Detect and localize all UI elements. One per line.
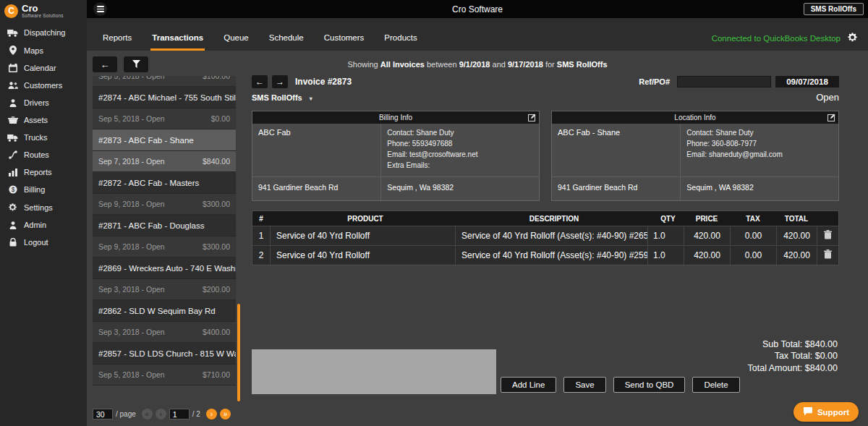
list-item-invoice-2862[interactable]: #2862 - SLD W Sequim Bay Rd Sep 3, 2018 … <box>93 300 236 343</box>
sidebar-item-trucks[interactable]: Trucks <box>0 129 87 146</box>
line-qty[interactable]: 1.0 <box>647 246 684 265</box>
billing-phone: Phone: 5593497688 <box>387 138 533 149</box>
sidebar-item-logout[interactable]: Logout <box>0 234 87 251</box>
list-item-invoice-2857[interactable]: #2857 - SLD LDS Church - 815 W Washi... … <box>93 343 236 385</box>
invoice-meta: Sep 5, 2018 - Open <box>98 114 165 123</box>
invoice-amount: $840.00 <box>203 157 230 166</box>
tab-schedule[interactable]: Schedule <box>268 29 305 51</box>
svg-text:$: $ <box>11 186 14 193</box>
tab-queue[interactable]: Queue <box>222 29 250 51</box>
sidebar-item-assets[interactable]: Assets <box>0 111 87 129</box>
truck-icon <box>7 29 18 37</box>
sidebar-item-reports[interactable]: Reports <box>0 163 87 181</box>
send-to-qbd-button[interactable]: Send to QBD <box>613 377 686 393</box>
page-number-input[interactable] <box>169 409 190 419</box>
map-marker-icon <box>7 46 18 55</box>
list-item-partial[interactable]: Sep 5, 2018 - Open $100.00 <box>93 76 236 87</box>
next-invoice-button[interactable]: → <box>272 75 288 88</box>
invoice-amount: $300.00 <box>203 200 230 208</box>
account-selector-button[interactable]: SMS RollOffs <box>804 3 864 15</box>
sidebar-item-label: Routes <box>24 150 49 159</box>
invoice-notes-area[interactable] <box>252 349 496 394</box>
table-row[interactable]: 2 Service of 40 Yrd Rolloff Service of 4… <box>252 245 838 265</box>
delete-line-button[interactable] <box>817 246 838 265</box>
invoice-meta: Sep 5, 2018 - Open <box>98 76 165 80</box>
sidebar-item-maps[interactable]: Maps <box>0 41 87 59</box>
support-button[interactable]: Support <box>793 402 859 422</box>
hamburger-menu-icon[interactable] <box>93 2 107 16</box>
line-qty[interactable]: 1.0 <box>647 226 684 245</box>
invoice-amount: $200.00 <box>203 285 230 294</box>
list-item-invoice-2869[interactable]: #2869 - Wreckers Auto - 740 E Washing...… <box>93 257 236 300</box>
gear-icon[interactable] <box>847 32 858 45</box>
line-product[interactable]: Service of 40 Yrd Rolloff <box>270 226 455 245</box>
add-line-button[interactable]: Add Line <box>501 377 556 393</box>
tab-reports[interactable]: Reports <box>101 29 133 51</box>
sidebar-item-admin[interactable]: Admin <box>0 216 87 234</box>
subtotal-label: Sub Total: <box>762 339 802 349</box>
invoice-meta: Sep 9, 2018 - Open <box>98 200 165 208</box>
edit-icon[interactable] <box>528 114 536 122</box>
ref-po-input[interactable] <box>677 76 771 88</box>
page-total-label: / 2 <box>192 410 200 418</box>
first-page-button[interactable]: « <box>142 409 153 419</box>
sidebar-item-routes[interactable]: Routes <box>0 146 87 163</box>
showing-summary: Showing All Invoices between 9/1/2018 an… <box>93 60 862 69</box>
line-description[interactable]: Service of 40 Yrd Rolloff (Asset(s): #40… <box>455 246 647 265</box>
delete-button[interactable]: Delete <box>692 377 739 393</box>
table-row[interactable]: 1 Service of 40 Yrd Rolloff Service of 4… <box>252 226 838 245</box>
tab-transactions[interactable]: Transactions <box>150 29 205 51</box>
sidebar-item-dispatching[interactable]: Dispatching <box>0 24 87 41</box>
sidebar-item-label: Admin <box>24 221 46 229</box>
taxtotal-value: $0.00 <box>815 351 838 361</box>
invoice-amount: $400.00 <box>203 328 230 336</box>
per-page-input[interactable] <box>93 409 113 419</box>
list-item-invoice-2873[interactable]: #2873 - ABC Fab - Shane Sep 7, 2018 - Op… <box>93 129 236 172</box>
chat-bubble-icon <box>803 406 813 417</box>
invoice-amount: $300.00 <box>203 242 230 251</box>
invoice-title: #2869 - Wreckers Auto - 740 E Washing... <box>93 257 236 279</box>
tab-customers[interactable]: Customers <box>323 29 366 51</box>
sidebar-item-label: Settings <box>24 203 53 212</box>
sidebar: C Cro Software Solutions Dispatching Map… <box>0 0 87 426</box>
line-price[interactable]: 420.00 <box>684 226 730 245</box>
sidebar-item-drivers[interactable]: Drivers <box>0 94 87 111</box>
delete-line-button[interactable] <box>817 226 838 245</box>
prev-invoice-button[interactable]: ← <box>252 75 268 88</box>
list-item-invoice-2874[interactable]: #2874 - ABC Michael - 755 South Still Se… <box>93 87 236 129</box>
account-dropdown[interactable]: SMS RollOffs▾ <box>252 93 312 102</box>
invoice-date[interactable]: 09/07/2018 <box>775 76 839 88</box>
list-item-invoice-2872[interactable]: #2872 - ABC Fab - Masters Sep 9, 2018 - … <box>93 172 236 215</box>
invoice-amount: $100.00 <box>203 76 230 80</box>
col-header-description: DESCRIPTION <box>455 211 647 226</box>
sidebar-item-label: Trucks <box>24 133 48 142</box>
scrollbar-thumb[interactable] <box>237 304 240 401</box>
filter-noun: Invoices <box>393 60 425 69</box>
next-page-button[interactable]: › <box>206 409 217 419</box>
location-info-header: Location Info <box>674 114 715 122</box>
line-price[interactable]: 420.00 <box>684 246 730 265</box>
invoice-title: #2857 - SLD LDS Church - 815 W Washi... <box>93 343 236 365</box>
list-scrollbar[interactable] <box>237 76 240 401</box>
tab-products[interactable]: Products <box>383 29 418 51</box>
billing-name: ABC Fab <box>252 124 381 176</box>
invoice-amount: $710.00 <box>203 370 230 379</box>
line-total: 420.00 <box>776 226 817 245</box>
sidebar-item-billing[interactable]: $ Billing <box>0 181 87 198</box>
line-description[interactable]: Service of 40 Yrd Rolloff (Asset(s): #40… <box>455 226 647 245</box>
quickbooks-status: Connected to QuickBooks Desktop <box>712 34 841 43</box>
sidebar-item-customers[interactable]: Customers <box>0 77 87 94</box>
location-address: 941 Gardiner Beach Rd <box>552 177 681 200</box>
line-product[interactable]: Service of 40 Yrd Rolloff <box>270 246 455 265</box>
subtotal-value: $840.00 <box>805 339 838 349</box>
prev-page-button[interactable]: ‹ <box>156 409 166 419</box>
sidebar-item-calendar[interactable]: Calendar <box>0 59 87 77</box>
logo-subtitle: Software Solutions <box>22 13 64 18</box>
sidebar-item-settings[interactable]: Settings <box>0 198 87 216</box>
invoice-meta: Sep 7, 2018 - Open <box>98 157 165 166</box>
list-item-invoice-2871[interactable]: #2871 - ABC Fab - Douglass Sep 9, 2018 -… <box>93 215 236 257</box>
save-button[interactable]: Save <box>563 377 605 393</box>
last-page-button[interactable]: » <box>220 409 231 419</box>
edit-icon[interactable] <box>827 114 835 122</box>
dumpster-icon <box>7 116 18 124</box>
